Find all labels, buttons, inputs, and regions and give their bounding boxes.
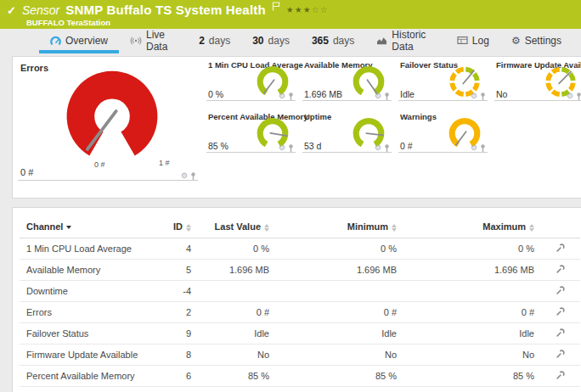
tab-historic-data[interactable]: Historic Data [365, 31, 446, 53]
wrench-icon[interactable] [556, 285, 566, 295]
table-row[interactable]: Uptime 7 53 d 137 s 59 d [20, 387, 580, 392]
status-check-icon: ✓ [7, 4, 16, 17]
column-header-channel[interactable]: Channel [20, 218, 162, 238]
priority-stars[interactable]: ★★★☆☆ [286, 5, 329, 14]
sort-icon [264, 224, 269, 232]
gauge-card-uptime[interactable]: Uptime 53 d ⚙ [302, 112, 392, 153]
tab-label: 365 [312, 35, 329, 47]
gear-icon[interactable]: ⚙ [375, 92, 381, 100]
gauge-scale-min: 0 # [94, 160, 105, 169]
wrench-icon[interactable] [556, 370, 566, 380]
gear-icon: ⚙ [511, 35, 521, 47]
gauge-card-warnings[interactable]: Warnings 0 # ⚙ [398, 112, 488, 153]
historic-data-icon [376, 36, 387, 45]
page-title: SNMP Buffalo TS System Health [65, 3, 266, 17]
gauge-value: 0 % [208, 89, 223, 99]
gauge-icon [50, 36, 61, 46]
channel-name: Percent Available Memory [20, 366, 162, 387]
gear-icon[interactable]: ⚙ [567, 92, 573, 100]
gear-icon[interactable]: ⚙ [471, 92, 477, 100]
table-row[interactable]: Available Memory 5 1.696 MB 1.696 MB 1.6… [20, 260, 580, 281]
tab-label: 2 [199, 35, 205, 47]
column-header-maximum[interactable]: Maximum [403, 218, 541, 238]
gear-icon[interactable]: ⚙ [279, 92, 285, 100]
gauge-value: 1.696 MB [304, 89, 342, 99]
wrench-icon[interactable] [556, 306, 566, 316]
wrench-icon[interactable] [556, 243, 566, 253]
sort-desc-icon [66, 226, 71, 229]
parent-device-link[interactable]: BUFFALO TeraStation [26, 18, 573, 27]
errors-gauge [62, 69, 162, 160]
gauge-card-firmware-update[interactable]: Firmware Update Available No ⚙ [494, 60, 581, 101]
wrench-icon[interactable] [556, 264, 566, 274]
pin-icon[interactable] [288, 92, 294, 100]
live-data-icon [130, 36, 142, 46]
flag-icon[interactable] [272, 0, 280, 14]
wrench-icon[interactable] [556, 349, 566, 359]
tab-30-days[interactable]: 30 days [241, 31, 301, 53]
overview-panel: Errors 0 # 1 # 0 # ⚙ 1 Min CPU Load Aver… [12, 56, 581, 199]
pin-icon[interactable] [480, 92, 486, 100]
channel-table: Channel ID Last Value Minimum Maximum 1 … [20, 218, 580, 392]
column-header-last-value[interactable]: Last Value [198, 218, 276, 238]
gear-icon[interactable]: ⚙ [375, 144, 381, 152]
channel-name: Uptime [20, 387, 162, 392]
sort-icon [186, 224, 191, 232]
pin-icon[interactable] [190, 172, 196, 180]
column-header-id[interactable]: ID [162, 218, 198, 238]
table-row[interactable]: Errors 2 0 # 0 # 0 # [20, 302, 580, 323]
channel-table-panel: Channel ID Last Value Minimum Maximum 1 … [12, 207, 581, 392]
tab-label: Live Data [146, 29, 177, 53]
small-gauges-grid: 1 Min CPU Load Average 0 % ⚙ Available M… [206, 60, 581, 153]
gauge-title: Uptime [304, 112, 331, 121]
column-header-minimum[interactable]: Minimum [276, 218, 403, 238]
gauge-title: Warnings [400, 112, 437, 121]
tab-bar: Overview Live Data 2 days 30 days 365 da… [0, 29, 581, 53]
gauge-card-failover-status[interactable]: Failover Status Idle ⚙ [398, 60, 488, 101]
tab-2-days[interactable]: 2 days [188, 31, 241, 53]
channel-name: 1 Min CPU Load Average [20, 238, 162, 260]
sort-icon [392, 224, 397, 232]
tab-log[interactable]: Log [446, 31, 500, 53]
gauge-card-percent-available-memory[interactable]: Percent Available Memory 85 % ⚙ [206, 112, 296, 153]
channel-name: Available Memory [20, 260, 162, 281]
pin-icon[interactable] [576, 92, 581, 100]
tab-label: Historic Data [392, 29, 435, 53]
table-row[interactable]: Failover Status 9 Idle Idle Idle [20, 323, 580, 344]
gear-icon[interactable]: ⚙ [279, 144, 285, 152]
pin-icon[interactable] [384, 144, 390, 152]
table-row[interactable]: Firmware Update Available 8 No No No [20, 344, 580, 366]
table-header-row: Channel ID Last Value Minimum Maximum [20, 218, 580, 238]
sort-icon [529, 224, 534, 232]
table-row[interactable]: 1 Min CPU Load Average 4 0 % 0 % 0 % [20, 238, 580, 260]
gear-icon[interactable]: ⚙ [181, 172, 188, 180]
sensor-header: ✓ Sensor SNMP Buffalo TS System Health ★… [0, 0, 581, 29]
gauge-value: 0 # [20, 167, 33, 177]
gear-icon[interactable]: ⚙ [471, 144, 477, 152]
channel-name: Downtime [20, 281, 162, 302]
gauge-value: 53 d [304, 141, 321, 151]
tab-365-days[interactable]: 365 days [301, 31, 365, 53]
channel-name: Failover Status [20, 323, 162, 344]
object-kind-label: Sensor [22, 3, 59, 17]
tab-settings[interactable]: ⚙ Settings [500, 31, 573, 53]
table-row[interactable]: Downtime -4 [20, 281, 580, 302]
gauge-value: No [496, 89, 507, 99]
gauge-card-errors[interactable]: Errors 0 # 1 # 0 # ⚙ [18, 60, 198, 181]
tab-label: Overview [65, 35, 108, 47]
pin-icon[interactable] [384, 92, 390, 100]
pin-icon[interactable] [288, 144, 294, 152]
gauge-scale-max: 1 # [159, 159, 170, 167]
gauge-card-available-memory[interactable]: Available Memory 1.696 MB ⚙ [302, 60, 392, 101]
log-icon [457, 36, 468, 45]
wrench-icon[interactable] [556, 328, 566, 338]
tab-overview[interactable]: Overview [39, 31, 119, 53]
tab-live-data[interactable]: Live Data [119, 31, 188, 53]
channel-name: Firmware Update Available [20, 344, 162, 366]
gauge-card-cpu-load[interactable]: 1 Min CPU Load Average 0 % ⚙ [206, 60, 296, 101]
pin-icon[interactable] [480, 144, 486, 152]
gauge-value: 0 # [400, 141, 413, 151]
table-row[interactable]: Percent Available Memory 6 85 % 85 % 85 … [20, 366, 580, 387]
gauge-title: Errors [20, 63, 48, 73]
tab-label: 30 [252, 35, 263, 47]
